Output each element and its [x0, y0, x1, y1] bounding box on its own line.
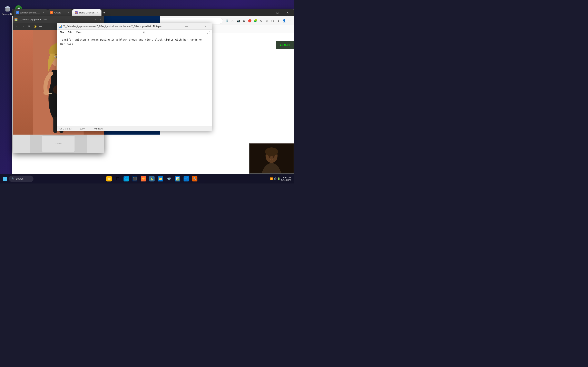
extension4-icon[interactable]: ⚙ [241, 18, 247, 24]
stable-diffusion-tab[interactable]: 🎨 Stable Diffusion ✕ [72, 9, 102, 16]
notepad-close-btn[interactable]: ✕ [201, 23, 210, 30]
notepad-text-area[interactable]: jennifer aniston a woman posing in a bla… [57, 35, 212, 126]
sd-tab-close[interactable]: ✕ [96, 11, 99, 14]
svg-point-32 [273, 156, 275, 158]
extension6-icon[interactable]: 🧩 [253, 18, 258, 24]
notepad-file-menu[interactable]: File [58, 30, 66, 35]
svg-point-30 [265, 147, 278, 156]
notepad-title-text: *1_Friends-gigapixel-art-scale-2_00x-gig… [63, 25, 181, 28]
google-tab[interactable]: G jennifer aniston 1990 friends - G... ✕ [14, 9, 48, 16]
google-tab-close[interactable]: ✕ [42, 11, 45, 14]
viewer-back-btn[interactable]: ← [14, 24, 19, 29]
taskbar-gradio[interactable]: ⚡ [139, 175, 147, 183]
viewer-minimize-btn[interactable]: — [87, 17, 92, 22]
extension3-icon[interactable]: 📷 [236, 18, 241, 24]
viewer-forward-btn[interactable]: → [20, 24, 25, 29]
browser-maximize-btn[interactable]: □ [273, 9, 282, 16]
extension2-icon[interactable]: A [230, 18, 235, 24]
settings-icon: ⚙️ [166, 176, 172, 182]
gradio-tab-close[interactable]: ✕ [67, 11, 70, 14]
viewer-copy-btn[interactable]: ⧉ [26, 24, 31, 29]
notepad-encoding: Windows [94, 127, 103, 130]
devtools-icon: 🔧 [192, 176, 198, 182]
profile-icon[interactable]: 👤 [281, 18, 287, 24]
webcam-svg [250, 143, 294, 173]
gradio-tab[interactable]: ⚡ Gradio ✕ [48, 9, 72, 16]
taskbar-photos[interactable]: 🖼️ [173, 175, 182, 183]
tray-network-icon: 📶 [270, 177, 273, 180]
viewer-title-text: 1_Friends-gigapixel-art-scal... [19, 18, 49, 21]
viewer-strip-svg: preview [13, 134, 104, 153]
notepad-win-controls: — □ ✕ [182, 23, 210, 30]
svg-point-23 [55, 56, 57, 58]
search-icon: 🔍 [11, 177, 15, 180]
extension1-icon[interactable]: 🛡️ [224, 18, 229, 24]
extension5-icon[interactable]: 🔴 [247, 18, 252, 24]
notepad-maximize-btn[interactable]: □ [191, 23, 201, 30]
taskbar-search[interactable]: 🔍 Search [9, 175, 34, 182]
sd-tab-label: Stable Diffusion [79, 11, 95, 14]
start-button[interactable] [1, 175, 9, 183]
new-tab-button[interactable]: + [102, 10, 107, 16]
viewer-app-icon: 🖼️ [14, 18, 17, 21]
taskbar-devtools[interactable]: 🔧 [191, 175, 199, 183]
webcam-video [250, 143, 294, 173]
python-icon: 🐍 [149, 176, 155, 182]
viewer-close-btn[interactable]: ✕ [98, 17, 103, 22]
desktop: Recycle Bin 📊 WinDirStat G jennifer anis… [0, 0, 294, 184]
taskbar-store[interactable]: 🛒 [182, 175, 190, 183]
taskbar-tray: 📶 🔊 🔋 6:34 PM 5/14/2024 [270, 176, 293, 181]
notepad-cursor-position: Ln 1, Col 33 [60, 127, 71, 130]
right-terminal-speed: 1.52s/it [276, 41, 294, 49]
refresh2-icon[interactable]: ↻ [259, 18, 264, 24]
viewer-delete-btn[interactable]: ✨ [33, 24, 38, 29]
notepad-statusbar: Ln 1, Col 33 100% Windows [57, 126, 212, 131]
taskbar-file-explorer[interactable]: 📁 [105, 175, 113, 183]
taskbar-edge[interactable]: 🌐 [122, 175, 130, 183]
taskbar-taskview[interactable]: ❑ [113, 175, 122, 183]
explorer2-icon: 📂 [158, 176, 163, 182]
file-explorer-icon: 📁 [106, 176, 112, 182]
notepad-fullscreen-icon[interactable]: ⛶ [205, 30, 211, 35]
notepad-app-icon: 📝 [59, 25, 62, 28]
photos-icon: 🖼️ [175, 176, 180, 182]
gradio-tab-label: Gradio [54, 11, 61, 14]
tray-clock[interactable]: 6:34 PM 5/14/2024 [281, 176, 291, 181]
sd-favicon: 🎨 [75, 11, 78, 14]
notepad-titlebar: 📝 *1_Friends-gigapixel-art-scale-2_00x-g… [57, 23, 212, 30]
notepad-zoom-level: 100% [80, 127, 85, 130]
svg-rect-35 [3, 179, 5, 181]
taskbar-explorer2[interactable]: 📂 [156, 175, 164, 183]
viewer-maximize-btn[interactable]: □ [92, 17, 97, 22]
svg-point-13 [43, 91, 49, 95]
svg-rect-34 [5, 177, 7, 179]
svg-point-31 [268, 156, 270, 158]
tray-battery-icon: 🔋 [277, 177, 280, 180]
viewer-bottom-strip: preview [13, 134, 104, 153]
browser-minimize-btn[interactable]: — [263, 9, 272, 16]
recycle-bin-icon [4, 5, 11, 12]
search-label: Search [16, 177, 24, 180]
browser-close-btn[interactable]: ✕ [283, 9, 292, 16]
taskbar-python[interactable]: 🐍 [148, 175, 156, 183]
viewer-more-btn[interactable]: ••• [39, 25, 42, 28]
taskbar-terminal[interactable]: ⬛ [131, 175, 139, 183]
notepad-window: 📝 *1_Friends-gigapixel-art-scale-2_00x-g… [57, 23, 212, 131]
svg-rect-2 [7, 6, 9, 7]
more-icon[interactable]: ⋯ [287, 18, 292, 24]
svg-rect-33 [3, 177, 5, 179]
viewer-titlebar: 🖼️ 1_Friends-gigapixel-art-scal... — □ ✕ [13, 16, 104, 23]
download-icon[interactable]: ⬇ [276, 18, 281, 24]
taskbar-settings[interactable]: ⚙️ [165, 175, 173, 183]
notepad-edit-menu[interactable]: Edit [66, 30, 74, 35]
taskbar-apps: 📁 ❑ 🌐 ⬛ ⚡ 🐍 📂 ⚙️ 🖼️ [34, 175, 270, 183]
edge-icon: 🌐 [123, 176, 129, 182]
star-icon[interactable]: ☆ [264, 18, 269, 24]
svg-rect-15 [48, 93, 52, 94]
notepad-settings-icon[interactable]: ⚙ [141, 30, 147, 35]
collections-icon[interactable]: ⬡ [270, 18, 275, 24]
store-icon: 🛒 [183, 176, 189, 182]
notepad-view-menu[interactable]: View [74, 30, 84, 35]
gradio-favicon: ⚡ [50, 11, 53, 14]
notepad-minimize-btn[interactable]: — [182, 23, 191, 30]
